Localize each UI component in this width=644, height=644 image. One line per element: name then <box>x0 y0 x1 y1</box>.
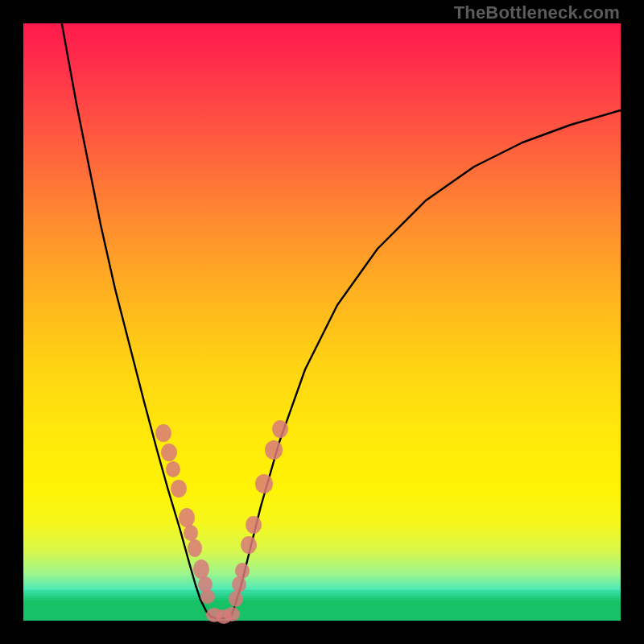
data-dot <box>193 559 209 579</box>
data-dot <box>255 474 273 493</box>
data-dot <box>179 508 195 527</box>
data-dot <box>265 440 283 460</box>
data-dot <box>224 607 240 621</box>
data-dot <box>229 591 243 607</box>
watermark-text: TheBottleneck.com <box>454 2 620 23</box>
data-dot <box>155 424 171 442</box>
data-dot <box>200 589 215 604</box>
data-dot <box>161 444 177 461</box>
data-dot <box>272 420 288 438</box>
plot-frame <box>23 23 621 621</box>
data-dot <box>235 563 250 579</box>
data-dot <box>166 461 180 477</box>
data-dot <box>241 536 257 554</box>
curve-right_curve <box>231 100 644 617</box>
data-dot <box>184 525 198 541</box>
data-dot <box>188 539 202 557</box>
data-dot <box>171 480 187 497</box>
curve-group <box>60 15 644 618</box>
data-dot <box>232 576 246 592</box>
dot-group <box>155 420 288 624</box>
chart-svg <box>23 23 621 621</box>
data-dot <box>246 516 262 534</box>
